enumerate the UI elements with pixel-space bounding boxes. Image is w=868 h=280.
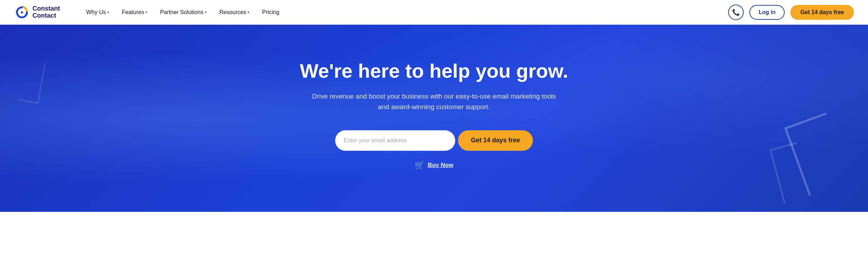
nav-item-why-us[interactable]: Why Us ▾: [81, 6, 114, 18]
nav-item-features[interactable]: Features ▾: [117, 6, 152, 18]
hero-cta-label: Get 14 days free: [471, 137, 520, 144]
nav-label-pricing: Pricing: [262, 9, 279, 16]
logo-text: Constant Contact: [32, 5, 60, 19]
nav-cta-button[interactable]: Get 14 days free: [790, 5, 854, 20]
nav-label-why-us: Why Us: [86, 9, 106, 16]
nav-cta-label: Get 14 days free: [800, 9, 844, 15]
buy-now-link[interactable]: Buy Now: [428, 162, 453, 169]
decorative-line-left: [18, 59, 46, 104]
main-nav: Why Us ▾ Features ▾ Partner Solutions ▾ …: [81, 6, 284, 18]
chevron-down-icon: ▾: [248, 10, 249, 14]
nav-item-partner-solutions[interactable]: Partner Solutions ▾: [155, 6, 212, 18]
hero-form: Get 14 days free: [335, 130, 533, 151]
hero-cta-button[interactable]: Get 14 days free: [458, 130, 533, 151]
navbar-left: Constant Contact Why Us ▾ Features ▾ Par…: [14, 5, 284, 20]
logo-line2: Contact: [32, 12, 60, 19]
svg-point-1: [21, 11, 23, 13]
login-label: Log in: [759, 9, 775, 15]
logo[interactable]: Constant Contact: [14, 5, 60, 20]
chevron-down-icon: ▾: [107, 10, 109, 14]
nav-item-resources[interactable]: Resources ▾: [214, 6, 254, 18]
hero-section: We're here to help you grow. Drive reven…: [0, 25, 868, 212]
phone-button[interactable]: 📞: [728, 5, 744, 20]
chevron-down-icon: ▾: [205, 10, 207, 14]
decorative-line-2: [769, 142, 811, 204]
navbar: Constant Contact Why Us ▾ Features ▾ Par…: [0, 0, 868, 25]
phone-icon: 📞: [732, 8, 740, 16]
hero-subtitle: Drive revenue and boost your business wi…: [310, 91, 558, 113]
login-button[interactable]: Log in: [749, 5, 785, 20]
cart-icon: 🛒: [415, 161, 424, 170]
nav-item-pricing[interactable]: Pricing: [257, 6, 284, 18]
navbar-right: 📞 Log in Get 14 days free: [728, 5, 854, 20]
buy-now-row: 🛒 Buy Now: [415, 161, 453, 170]
nav-label-resources: Resources: [219, 9, 246, 16]
nav-label-partner-solutions: Partner Solutions: [160, 9, 203, 16]
logo-line1: Constant: [32, 5, 60, 12]
email-input[interactable]: [335, 130, 455, 151]
nav-label-features: Features: [122, 9, 144, 16]
chevron-down-icon: ▾: [145, 10, 147, 14]
hero-title: We're here to help you grow.: [300, 60, 568, 82]
logo-icon: [14, 5, 30, 20]
